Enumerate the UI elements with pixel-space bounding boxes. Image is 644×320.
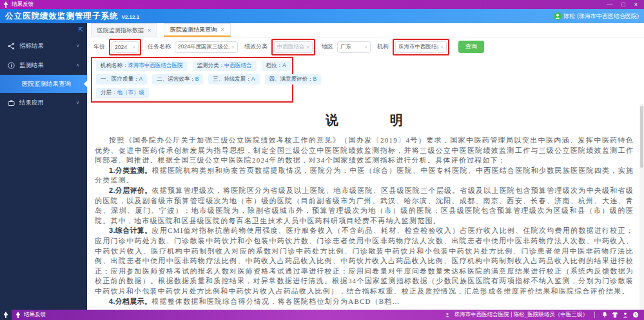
person-icon[interactable] xyxy=(622,312,629,318)
tier-chip: 分层：地（市）级 xyxy=(96,88,149,98)
os-titlebar-app-name: 结果反馈 xyxy=(12,1,34,8)
window-close-button[interactable]: × xyxy=(634,2,638,8)
org-select[interactable]: 珠海市中西医结合医 ∨ xyxy=(395,41,447,53)
content-area: 医院监测指标数据 × 医院监测结果查询 × 年份 2024 ∨ 任务名称 xyxy=(87,23,644,310)
sidebar-item-result-application[interactable]: 结果应用 ∨ xyxy=(0,93,87,112)
clock-icon[interactable] xyxy=(632,312,639,318)
dropdown-arrow-icon: ∨ xyxy=(231,45,235,50)
bell-icon[interactable] xyxy=(601,312,608,318)
task-label: 任务名称 xyxy=(148,43,171,51)
doc-paragraph: 4.分档展示。根据整体数据和医院综合得分情况，将各医院档位划分为ABCD（B档… xyxy=(95,297,634,307)
dropdown-arrow-icon: ∨ xyxy=(132,45,135,50)
sustainable-development-chip: 三、持续发展：A xyxy=(208,74,259,85)
doc-paragraph: 按照《国务院办公厅关于加强三级公立医院绩效考核工作的意见》（国办发〔2019〕4… xyxy=(95,135,634,166)
document-title: 说 明 xyxy=(95,112,634,129)
dropdown-arrow-icon: ∨ xyxy=(306,45,309,50)
doc-paragraph: 2.分层评价。依据预算管理级次，将医院区分为省级及以上医院、地市级医院、区县级医… xyxy=(95,186,634,226)
user-name: 陈松 (珠海市中西医结合医院) xyxy=(564,12,639,21)
explanation-document: 说 明 按照《国务院办公厅关于加强三级公立医院绩效考核工作的意见》（国办发〔20… xyxy=(87,104,644,310)
sidebar-subitem-hospital-result-query[interactable]: 医院监测结果查询 xyxy=(0,75,87,93)
annotation-box-year: 2024 ∨ xyxy=(109,39,141,55)
chevron-down-icon: ∨ xyxy=(76,100,79,105)
app-window: 结果反馈 — □ × 公立医院绩效监测管理子系统 V2.12.1 陈松 (珠海市… xyxy=(0,0,644,320)
user-avatar-icon xyxy=(554,12,561,20)
sidebar-collapse-icon[interactable]: ⇱ xyxy=(78,26,83,33)
sidebar-item-monitor-results[interactable]: 监测结果 ∧ xyxy=(0,55,87,75)
annotation-box-org: 珠海市中西医结合医 ∨ xyxy=(393,39,449,55)
scrollbar-thumb[interactable] xyxy=(640,106,643,168)
app-header: 公立医院绩效监测管理子系统 V2.12.1 陈松 (珠海市中西医结合医院) xyxy=(0,9,644,23)
operation-efficiency-chip: 二、运营效率：B xyxy=(152,74,203,85)
chevron-down-icon: ∨ xyxy=(76,43,79,48)
org-name-chip: 机构名称：珠海市中西医结合医院 xyxy=(96,61,188,71)
chevron-up-icon: ∧ xyxy=(76,63,79,68)
year-select[interactable]: 2024 ∨ xyxy=(112,41,139,53)
sidebar-item-label: 结果应用 xyxy=(19,99,44,107)
year-label: 年份 xyxy=(93,43,105,51)
region-select[interactable]: 广东 ∨ xyxy=(337,41,371,53)
status-divider xyxy=(594,312,595,318)
user-info[interactable]: 陈松 (珠海市中西医结合医院) xyxy=(554,12,639,21)
tab-close-icon[interactable]: × xyxy=(220,26,224,33)
app-version: V2.12.1 xyxy=(122,14,140,20)
tab-label: 医院监测结果查询 xyxy=(170,26,217,34)
tab-close-icon[interactable]: × xyxy=(148,27,151,34)
task-select[interactable]: 2024年度国家三级公立 ∨ xyxy=(175,41,238,53)
sidebar-subitem-label: 医院监测结果查询 xyxy=(22,80,71,88)
sidebar-item-label: 监测结果 xyxy=(19,61,44,70)
status-corner-logo xyxy=(0,310,12,320)
class-select[interactable]: 中西医结合 ∨ xyxy=(274,41,313,53)
tab-bar: 医院监测指标数据 × 医院监测结果查询 × xyxy=(87,23,644,37)
satisfaction-chip: 四、满意度评价：B xyxy=(265,74,322,85)
app-title: 公立医院绩效监测管理子系统 xyxy=(5,11,119,22)
query-button[interactable]: 查询 xyxy=(458,41,484,53)
app-logo-icon xyxy=(3,1,9,8)
sidebar-item-indicator-results[interactable]: 指标结果 ∨ xyxy=(0,36,87,55)
dropdown-arrow-icon: ∨ xyxy=(440,45,444,50)
filter-bar: 年份 2024 ∨ 任务名称 2024年度国家三级公立 ∨ 绩效分类 中西医结合 xyxy=(87,37,644,56)
status-user-icon xyxy=(444,312,451,318)
tab-label: 医院监测指标数据 xyxy=(97,26,144,35)
status-left-label[interactable]: 结果反馈 xyxy=(24,311,46,319)
tab-hospital-indicator-data[interactable]: 医院监测指标数据 × xyxy=(91,23,157,37)
grade-chip: 档位：A xyxy=(262,61,291,71)
dropdown-arrow-icon: ∨ xyxy=(364,45,367,50)
class-label: 绩效分类 xyxy=(244,43,268,51)
vertical-scrollbar[interactable] xyxy=(639,104,644,310)
share-icon xyxy=(8,43,15,50)
os-titlebar: 结果反馈 — □ × xyxy=(0,0,644,9)
status-bar: 结果反馈 珠海市中西医结合医院 | 陈松_医院联络员（中医三级） xyxy=(0,310,644,320)
medical-quality-chip: 一、医疗质量：A xyxy=(96,74,147,85)
info-icon xyxy=(8,62,15,69)
tab-hospital-result-query[interactable]: 医院监测结果查询 × xyxy=(164,23,230,37)
org-label: 机构 xyxy=(377,43,389,51)
status-user-info: 珠海市中西医结合医院 | 陈松_医院联络员（中医三级） xyxy=(454,311,588,319)
sidebar-item-label: 指标结果 xyxy=(19,42,44,50)
window-minimize-button[interactable]: — xyxy=(607,2,612,8)
window-maximize-button[interactable]: □ xyxy=(621,2,625,8)
annotation-box-class: 中西医结合 ∨ xyxy=(271,39,315,55)
briefcase-icon xyxy=(8,99,15,106)
feedback-tree-icon xyxy=(15,312,21,318)
annotation-box-summary: 机构名称：珠海市中西医结合医院 监测分类：中西医结合 档位：A 一、医疗质量：A… xyxy=(91,57,293,103)
region-label: 地区 xyxy=(322,43,333,51)
doc-paragraph: 1.分类监测。根据医院机构类别和病案首页数据提取情况，医院分为：中医（综合）医院… xyxy=(95,166,634,186)
theme-shirt-icon[interactable] xyxy=(612,312,618,318)
doc-paragraph: 3.综合计算。应用CMI值对指标抗菌药物使用强度、医疗服务收入（不含药品、耗材、… xyxy=(95,226,634,296)
monitor-class-chip: 监测分类：中西医结合 xyxy=(193,61,257,71)
sidebar: ⇱ 指标结果 ∨ 监测结果 ∧ 医院监测结果查询 xyxy=(0,23,87,310)
